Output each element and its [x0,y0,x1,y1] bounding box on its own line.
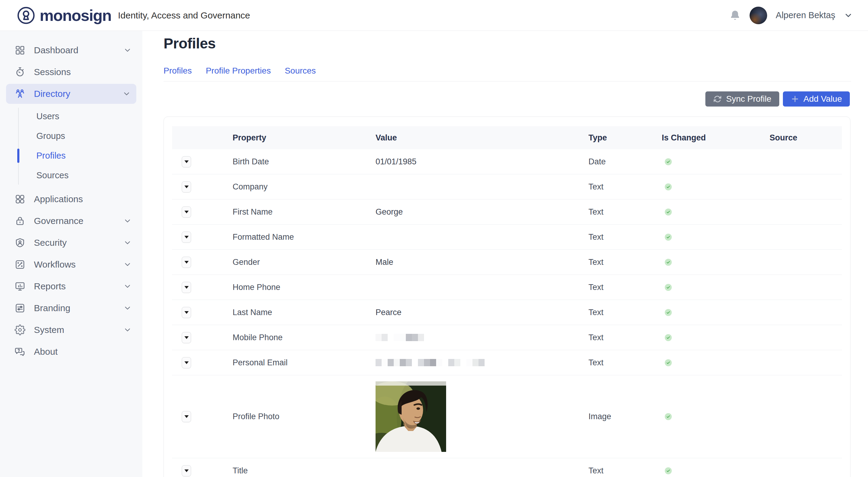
monitor-chart-icon [14,281,26,292]
row-dropdown-button[interactable] [182,156,191,167]
table-row: Title Text [172,458,842,477]
add-value-button[interactable]: Add Value [783,92,850,106]
row-actions-cell [172,282,232,293]
type-cell: Text [588,358,662,368]
row-actions-cell [172,232,232,243]
row-dropdown-button[interactable] [182,206,191,217]
table-row: Formatted Name Text [172,225,842,250]
chevron-down-icon [122,90,131,98]
property-cell: Birth Date [232,157,376,167]
redacted-value-mosaic [376,359,485,366]
chevron-down-icon [123,260,132,269]
sliders-icon [14,303,26,313]
apps-grid-icon [14,194,26,205]
chat-question-icon [14,346,26,357]
sidebar-item-label: Profiles [36,151,66,161]
tab-profile-properties[interactable]: Profile Properties [206,66,271,76]
caret-down-icon [184,415,189,418]
chevron-down-icon [123,304,132,312]
type-cell: Text [588,207,662,217]
is-changed-cell [662,309,770,316]
sidebar-item-label: Reports [34,281,66,292]
sync-refresh-icon [713,95,722,103]
table-body: Birth Date 01/01/1985 Date Company Text [172,149,842,477]
brand-logo[interactable]: monosign [17,6,111,25]
sidebar-item-security[interactable]: Security [0,232,142,253]
value-cell: Pearce [376,308,588,317]
sidebar-item-groups[interactable]: Groups [0,126,142,146]
property-cell: Formatted Name [232,233,376,242]
wand-icon [14,259,26,270]
is-changed-check-icon [665,359,672,366]
type-cell: Text [588,333,662,342]
sidebar-item-branding[interactable]: Branding [0,297,142,319]
is-changed-cell [662,359,770,366]
type-cell: Text [588,283,662,292]
sidebar-item-applications[interactable]: Applications [0,188,142,210]
is-changed-check-icon [665,259,672,266]
is-changed-check-icon [665,467,672,474]
column-header-source: Source [770,133,842,142]
value-cell: George [376,207,588,217]
type-cell: Text [588,233,662,242]
sidebar-item-reports[interactable]: Reports [0,275,142,297]
users-group-icon [14,89,26,99]
row-dropdown-button[interactable] [182,257,191,268]
property-cell: Title [232,466,376,476]
row-dropdown-button[interactable] [182,181,191,193]
type-cell: Text [588,182,662,192]
column-header-value: Value [376,133,588,142]
caret-down-icon [184,236,189,238]
sidebar-item-workflows[interactable]: Workflows [0,253,142,275]
row-dropdown-button[interactable] [182,357,191,368]
type-cell: Text [588,308,662,317]
user-menu-chevron-down-icon[interactable] [844,11,853,20]
is-changed-cell [662,158,770,165]
table-row: Company Text [172,174,842,200]
sidebar-item-dashboard[interactable]: Dashboard [0,39,142,61]
row-actions-cell [172,357,232,368]
sidebar-item-sessions[interactable]: Sessions [0,61,142,83]
sidebar-item-system[interactable]: System [0,319,142,341]
is-changed-check-icon [665,334,672,341]
type-cell: Date [588,157,662,167]
sidebar-item-governance[interactable]: Governance [0,210,142,232]
row-actions-cell [172,411,232,422]
table-row: Personal Email Text [172,350,842,375]
property-cell: Mobile Phone [232,333,376,342]
row-dropdown-button[interactable] [182,332,191,343]
row-dropdown-button[interactable] [182,232,191,243]
is-changed-cell [662,284,770,291]
sidebar-item-users[interactable]: Users [0,106,142,126]
sidebar-item-label: Dashboard [34,45,79,56]
row-dropdown-button[interactable] [182,307,191,318]
sidebar-item-label: About [34,346,58,357]
plus-icon [791,95,799,103]
row-dropdown-button[interactable] [182,282,191,293]
type-cell: Text [588,258,662,267]
user-avatar[interactable] [750,7,767,24]
sidebar-item-about[interactable]: About [0,341,142,363]
property-cell: Profile Photo [232,412,376,421]
row-actions-cell [172,307,232,318]
tab-profiles[interactable]: Profiles [163,66,192,76]
row-dropdown-button[interactable] [182,465,191,476]
table-row: Home Phone Text [172,275,842,300]
tab-sources[interactable]: Sources [285,66,316,76]
brand-name: monosign [40,6,111,25]
is-changed-check-icon [665,309,672,316]
sidebar-item-profiles[interactable]: Profiles [0,146,142,166]
dashboard-grid-icon [14,45,26,56]
table-row: First Name George Text [172,200,842,225]
sidebar-item-sources[interactable]: Sources [0,166,142,185]
row-dropdown-button[interactable] [182,411,191,422]
sync-profile-button[interactable]: Sync Profile [705,92,779,106]
tab-divider [163,81,851,81]
table-row: Birth Date 01/01/1985 Date [172,149,842,174]
sidebar-item-directory[interactable]: Directory [6,84,136,104]
table-row: Gender Male Text [172,250,842,275]
type-cell: Image [588,412,662,421]
notifications-bell-icon[interactable] [729,9,741,22]
caret-down-icon [184,185,189,188]
profile-photo-image [376,381,446,452]
